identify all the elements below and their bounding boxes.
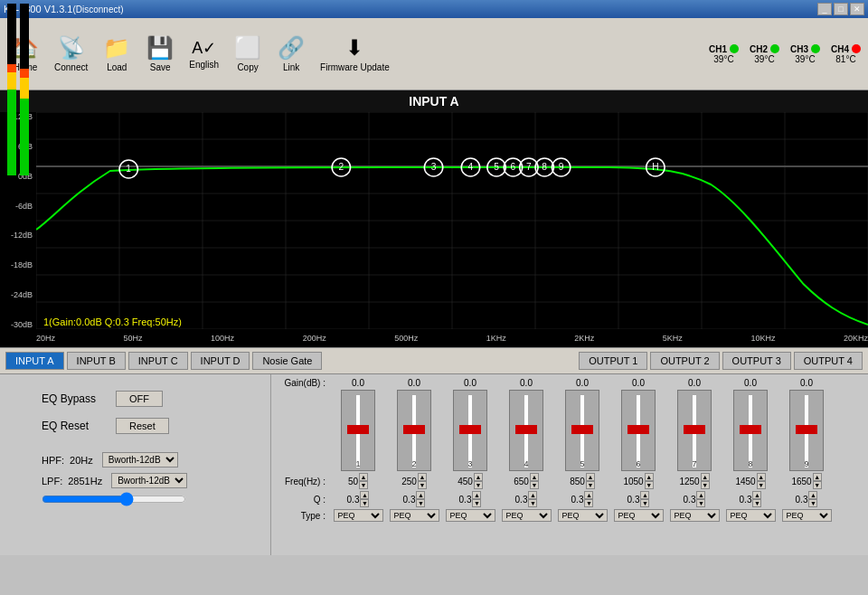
save-button[interactable]: 💾 Save: [142, 32, 178, 76]
band-8-fader-handle[interactable]: [740, 425, 761, 434]
band-6-freq-down[interactable]: ▼: [645, 481, 654, 489]
lpf-slider[interactable]: [42, 492, 186, 506]
band-8-freq-spinners[interactable]: ▲ ▼: [757, 473, 766, 489]
band-7-type-select[interactable]: PEQ HPF LPF LS HS: [670, 509, 720, 522]
band-2-q-spinners[interactable]: ▲ ▼: [416, 491, 425, 507]
band-8-q-up[interactable]: ▲: [752, 491, 761, 499]
band-5-freq-up[interactable]: ▲: [586, 473, 595, 481]
band-9-freq-down[interactable]: ▼: [813, 481, 822, 489]
close-button[interactable]: ✕: [850, 3, 864, 15]
band-5-q-down[interactable]: ▼: [584, 499, 593, 507]
band-2-freq-spinners[interactable]: ▲ ▼: [418, 473, 427, 489]
band-9-fader-handle[interactable]: [796, 425, 817, 434]
band-1-fader-handle[interactable]: [347, 425, 369, 434]
connect-button[interactable]: 📡 Connect: [51, 32, 91, 76]
band-7-freq-up[interactable]: ▲: [701, 473, 710, 481]
band-5-freq-down[interactable]: ▼: [586, 481, 595, 489]
band-7-fader[interactable]: 7: [677, 390, 712, 471]
band-9-freq-spinners[interactable]: ▲ ▼: [813, 473, 822, 489]
band-1-q-up[interactable]: ▲: [360, 491, 369, 499]
band-5-fader-handle[interactable]: [571, 425, 593, 434]
band-8-type-select[interactable]: PEQ HPF LPF LS HS: [726, 509, 776, 522]
band-6-type-select[interactable]: PEQ HPF LPF LS HS: [614, 509, 664, 522]
band-5-fader[interactable]: 5: [565, 390, 599, 471]
band-9-q-down[interactable]: ▼: [808, 499, 817, 507]
english-button[interactable]: A✓ English: [185, 34, 222, 73]
tab-output-1[interactable]: OUTPUT 1: [579, 352, 647, 370]
band-7-q-up[interactable]: ▲: [696, 491, 705, 499]
band-6-fader-handle[interactable]: [627, 425, 649, 434]
band-6-freq-spinners[interactable]: ▲ ▼: [645, 473, 654, 489]
band-7-freq-spinners[interactable]: ▲ ▼: [701, 473, 710, 489]
hpf-filter-select[interactable]: Bworth-12dB Bworth-6dB Bworth-24dB: [102, 452, 178, 468]
tab-input-a[interactable]: INPUT A: [5, 352, 64, 370]
band-8-q-spinners[interactable]: ▲ ▼: [752, 491, 761, 507]
minimize-button[interactable]: _: [817, 3, 832, 15]
band-9-type-select[interactable]: PEQ HPF LPF LS HS: [782, 509, 832, 522]
window-controls[interactable]: _ □ ✕: [817, 3, 864, 15]
band-9-freq-up[interactable]: ▲: [813, 473, 822, 481]
lpf-filter-select[interactable]: Bworth-12dB Bworth-6dB Bworth-24dB: [111, 473, 187, 488]
tab-output-2[interactable]: OUTPUT 2: [650, 352, 719, 370]
band-1-freq-spinners[interactable]: ▲ ▼: [359, 473, 368, 489]
band-3-q-down[interactable]: ▼: [472, 499, 481, 507]
band-7-q-spinners[interactable]: ▲ ▼: [696, 491, 705, 507]
band-2-q-down[interactable]: ▼: [416, 499, 425, 507]
band-4-fader[interactable]: 4: [509, 390, 543, 471]
band-9-fader[interactable]: 9: [789, 390, 824, 471]
eq-reset-button[interactable]: Reset: [116, 418, 169, 434]
maximize-button[interactable]: □: [834, 3, 848, 15]
band-4-freq-down[interactable]: ▼: [530, 481, 539, 489]
band-1-fader[interactable]: 1: [341, 390, 375, 471]
band-2-fader[interactable]: 2: [397, 390, 431, 471]
band-1-q-down[interactable]: ▼: [360, 499, 369, 507]
tab-noise-gate[interactable]: Nosie Gate: [252, 352, 322, 370]
band-3-freq-spinners[interactable]: ▲ ▼: [474, 473, 483, 489]
band-3-q-spinners[interactable]: ▲ ▼: [472, 491, 481, 507]
band-6-q-down[interactable]: ▼: [640, 499, 649, 507]
band-6-fader[interactable]: 6: [621, 390, 656, 471]
tab-input-d[interactable]: INPUT D: [191, 352, 250, 370]
band-5-q-up[interactable]: ▲: [584, 491, 593, 499]
eq-graph[interactable]: 12dB 6dB 0dB -6dB -12dB -18dB -24dB -30d…: [0, 112, 868, 347]
band-2-q-up[interactable]: ▲: [416, 491, 425, 499]
eq-bypass-button[interactable]: OFF: [116, 391, 163, 407]
band-6-freq-up[interactable]: ▲: [645, 473, 654, 481]
band-5-q-spinners[interactable]: ▲ ▼: [584, 491, 593, 507]
band-2-type-select[interactable]: PEQ HPF LPF LS HS: [390, 509, 439, 522]
band-4-freq-spinners[interactable]: ▲ ▼: [530, 473, 539, 489]
band-7-freq-down[interactable]: ▼: [701, 481, 710, 489]
band-9-q-spinners[interactable]: ▲ ▼: [808, 491, 817, 507]
firmware-update-button[interactable]: ⬇ Firmware Update: [316, 32, 393, 76]
band-4-type-select[interactable]: PEQ HPF LPF LS HS: [502, 509, 552, 522]
band-3-fader[interactable]: 3: [453, 390, 487, 471]
load-button[interactable]: 📁 Load: [99, 32, 135, 76]
band-4-freq-up[interactable]: ▲: [530, 473, 539, 481]
band-4-q-spinners[interactable]: ▲ ▼: [528, 491, 537, 507]
band-2-freq-up[interactable]: ▲: [418, 473, 427, 481]
band-1-freq-down[interactable]: ▼: [359, 481, 368, 489]
tab-input-c[interactable]: INPUT C: [128, 352, 188, 370]
band-8-q-down[interactable]: ▼: [752, 499, 761, 507]
band-4-fader-handle[interactable]: [515, 425, 537, 434]
band-6-q-up[interactable]: ▲: [640, 491, 649, 499]
band-7-fader-handle[interactable]: [684, 425, 705, 434]
band-4-q-down[interactable]: ▼: [528, 499, 537, 507]
band-5-freq-spinners[interactable]: ▲ ▼: [586, 473, 595, 489]
band-8-fader[interactable]: 8: [733, 390, 768, 471]
copy-button[interactable]: ⬜ Copy: [230, 32, 266, 76]
band-7-q-down[interactable]: ▼: [696, 499, 705, 507]
band-3-freq-up[interactable]: ▲: [474, 473, 483, 481]
band-8-freq-up[interactable]: ▲: [757, 473, 766, 481]
band-1-q-spinners[interactable]: ▲ ▼: [360, 491, 369, 507]
band-1-type-select[interactable]: PEQ HPF LPF LS HS: [334, 509, 383, 522]
band-9-q-up[interactable]: ▲: [808, 491, 817, 499]
band-2-fader-handle[interactable]: [403, 425, 425, 434]
band-2-freq-down[interactable]: ▼: [418, 481, 427, 489]
band-4-q-up[interactable]: ▲: [528, 491, 537, 499]
band-3-type-select[interactable]: PEQ HPF LPF LS HS: [446, 509, 495, 522]
band-8-freq-down[interactable]: ▼: [757, 481, 766, 489]
band-6-q-spinners[interactable]: ▲ ▼: [640, 491, 649, 507]
band-3-fader-handle[interactable]: [459, 425, 481, 434]
tab-output-3[interactable]: OUTPUT 3: [722, 352, 791, 370]
